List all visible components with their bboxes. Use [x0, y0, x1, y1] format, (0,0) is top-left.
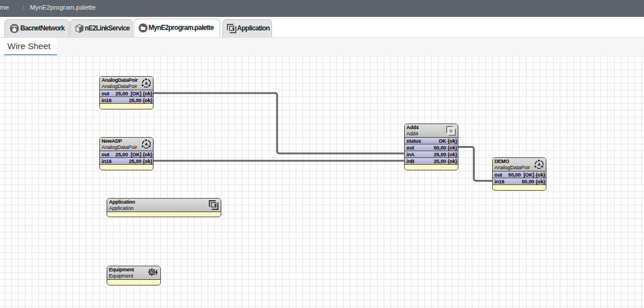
svg-text:A: A — [145, 142, 148, 147]
svg-text:A: A — [145, 81, 148, 86]
svg-text:A: A — [538, 162, 541, 167]
